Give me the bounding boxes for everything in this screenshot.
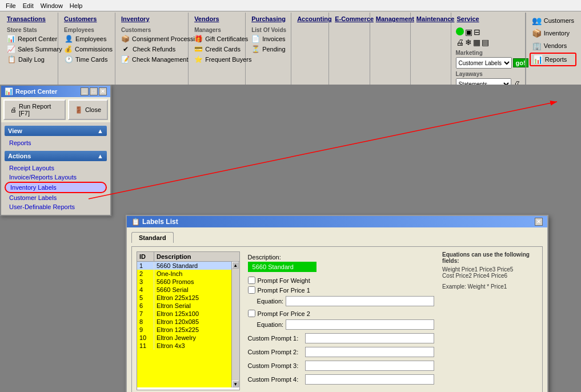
prompt-price2-checkbox[interactable] <box>248 310 255 317</box>
scrollbar-up[interactable]: ▲ <box>232 262 239 269</box>
list-row[interactable]: 11 Eltron 4x3 <box>137 342 231 350</box>
customers-right-btn[interactable]: 👥 Customers <box>530 15 576 26</box>
invoice-reports-layouts-link[interactable]: Invoice/Reports Layouts <box>5 173 107 182</box>
employees-title: Employees <box>63 26 110 34</box>
pending-btn[interactable]: ⏳Pending <box>250 44 286 54</box>
menu-window[interactable]: Window <box>37 2 66 10</box>
row-desc-3: 5660 Promos <box>154 278 231 286</box>
receipt-layouts-link[interactable]: Receipt Layouts <box>5 163 107 173</box>
report-center-window: 📊 Report Center _ □ ✕ 🖨 Run Report [F7] … <box>0 85 111 216</box>
reports-link[interactable]: Reports <box>5 138 107 147</box>
consignment-btn[interactable]: 📦Consignment Processing <box>120 34 183 44</box>
view-collapse-icon[interactable]: ▲ <box>97 127 103 134</box>
standard-tab[interactable]: Standard <box>131 232 174 243</box>
equations-panel: Equations can use the following fields: … <box>442 251 538 390</box>
list-row[interactable]: 6 Eltron Serial <box>137 302 231 310</box>
list-row[interactable]: 3 5660 Promos <box>137 278 231 286</box>
labels-title-icon: 📋 <box>131 218 140 226</box>
menu-bar: File Edit Window Help <box>0 0 581 11</box>
customers-menu[interactable]: Customers <box>63 15 110 23</box>
toolbar-icon6[interactable]: ▤ <box>482 38 489 47</box>
toolbar-icon1[interactable]: ▣ <box>465 27 472 37</box>
invoices-btn[interactable]: 📄Invoices <box>250 34 286 44</box>
list-row[interactable]: 7 Eltron 125x100 <box>137 310 231 318</box>
check-refunds-btn[interactable]: ✔Check Refunds <box>120 44 183 54</box>
main-toolbar: Transactions Store Stats 📊Report Center … <box>0 11 581 94</box>
row-desc-11: Eltron 4x3 <box>154 342 231 350</box>
prompt-price1-row: Prompt For Price 1 <box>248 286 434 294</box>
close-rc-btn[interactable]: ✕ <box>99 87 107 95</box>
management-menu[interactable]: Management <box>375 15 406 23</box>
employees-btn[interactable]: 👤Employees <box>63 34 110 44</box>
toolbar-icon4[interactable]: ❄ <box>465 38 472 47</box>
service-menu[interactable]: Service <box>456 15 520 23</box>
list-row[interactable]: 4 5660 Serial <box>137 286 231 294</box>
sales-summary-btn[interactable]: 📈Sales Summary <box>6 44 53 54</box>
transactions-menu[interactable]: Transactions <box>6 15 53 23</box>
custom-prompt-4-input[interactable] <box>305 374 434 385</box>
custom-prompt-4-label: Custom Prompt 4: <box>248 376 305 383</box>
daily-log-btn[interactable]: 📋Daily Log <box>6 54 53 65</box>
row-desc-7: Eltron 125x100 <box>154 310 231 318</box>
list-scroll-container: 1 5660 Standard 2 One-Inch 3 5660 Promos <box>137 262 239 387</box>
row-id-7: 7 <box>137 310 154 318</box>
labels-list-window: 📋 Labels List ✕ Standard ID Description <box>126 215 548 392</box>
prompt-price1-group: Prompt For Price 1 Equation: <box>248 286 434 306</box>
vendors-right-btn[interactable]: 🏢 Vendors <box>530 40 576 51</box>
commissions-btn[interactable]: 💰Commissions <box>63 44 110 54</box>
row-id-6: 6 <box>137 302 154 310</box>
custom-prompt-1-input[interactable] <box>305 333 434 343</box>
customer-labels-link[interactable]: Customer Labels <box>5 193 107 202</box>
actions-collapse-icon[interactable]: ▲ <box>97 153 103 159</box>
custom-prompt-3-input[interactable] <box>305 361 434 371</box>
report-center-btn[interactable]: 📊Report Center <box>6 34 53 44</box>
frequent-buyers-btn[interactable]: ⭐Frequent Buyers <box>193 54 241 65</box>
inventory-menu[interactable]: Inventory <box>120 15 183 23</box>
purchasing-menu[interactable]: Purchasing <box>250 15 286 23</box>
toolbar-icon5[interactable]: ▦ <box>473 38 480 47</box>
equation1-input[interactable] <box>286 296 434 306</box>
row-id-3: 3 <box>137 278 154 286</box>
equations-row1: Weight Price1 Price3 Price5 <box>442 266 538 273</box>
list-row[interactable]: 5 Eltron 225x125 <box>137 294 231 302</box>
list-of-voids-title: List Of Voids <box>250 26 286 34</box>
run-report-btn[interactable]: 🖨 Run Report [F7] <box>3 99 66 120</box>
gift-certificates-btn[interactable]: 🎁Gift Certificates <box>193 34 241 44</box>
toolbar-icon3[interactable]: 🖨 <box>456 38 464 47</box>
id-column-header: ID <box>137 252 154 261</box>
menu-help[interactable]: Help <box>66 2 86 10</box>
toolbar-icon2[interactable]: ⊟ <box>474 27 480 37</box>
labels-list-title: Labels List <box>142 218 178 226</box>
maintenance-menu[interactable]: Maintenance <box>415 15 446 23</box>
minimize-btn[interactable]: _ <box>81 87 89 95</box>
prompt-price1-checkbox[interactable] <box>248 286 255 294</box>
equation2-input[interactable] <box>286 319 434 330</box>
accounting-menu[interactable]: Accounting <box>296 15 324 23</box>
prompt-weight-checkbox[interactable] <box>248 277 255 284</box>
inventory-right-btn[interactable]: 📦 Inventory <box>530 27 576 39</box>
list-row[interactable]: 10 Eltron Jewelry <box>137 334 231 342</box>
labels-close-btn[interactable]: ✕ <box>535 218 543 226</box>
user-definable-reports-link[interactable]: User-Definable Reports <box>5 202 107 211</box>
list-row[interactable]: 8 Eltron 120x085 <box>137 318 231 326</box>
scrollbar-down[interactable]: ▼ <box>232 381 239 387</box>
maximize-btn[interactable]: □ <box>90 87 98 95</box>
close-rc-top-btn[interactable]: 🚪 Close <box>68 99 108 120</box>
time-cards-btn[interactable]: 🕐Time Cards <box>63 54 110 65</box>
list-row[interactable]: 1 5660 Standard <box>137 262 231 270</box>
menu-edit[interactable]: Edit <box>19 2 37 10</box>
list-row[interactable]: 9 Eltron 125x225 <box>137 326 231 334</box>
credit-cards-btn[interactable]: 💳Credit Cards <box>193 44 241 54</box>
ecommerce-menu[interactable]: E-Commerce <box>334 15 365 23</box>
inventory-labels-link[interactable]: Inventory Labels <box>5 182 107 193</box>
list-row[interactable]: 2 One-Inch <box>137 270 231 278</box>
customer-labels-dropdown[interactable]: Customer Labels <box>456 57 512 69</box>
customers-right-icon: 👥 <box>532 16 542 25</box>
check-management-btn[interactable]: 📝Check Management <box>120 54 183 65</box>
custom-prompt-2-input[interactable] <box>305 347 434 357</box>
management-section: Management <box>370 13 411 92</box>
tab-strip: Standard <box>131 232 543 243</box>
menu-file[interactable]: File <box>2 2 19 10</box>
reports-right-btn[interactable]: 📊 Reports <box>530 53 576 66</box>
vendors-menu[interactable]: Vendors <box>193 15 241 23</box>
